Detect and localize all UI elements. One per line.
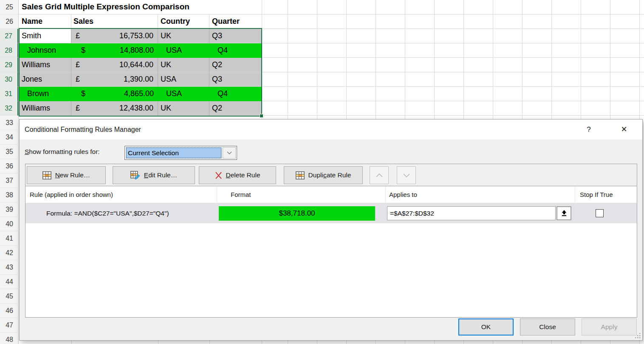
table-row: Johnson $14,808.00 USA Q4	[19, 43, 262, 58]
header-quarter[interactable]: Quarter	[209, 14, 262, 29]
row-header[interactable]: 46	[0, 304, 18, 318]
row-header[interactable]: 44	[0, 275, 18, 289]
amount: 4,865.00	[124, 87, 154, 101]
rule-description: Formula: =AND($C27="USA",$D27="Q4")	[46, 203, 169, 223]
row-header[interactable]: 39	[0, 202, 18, 217]
apply-button[interactable]: Apply	[582, 318, 637, 335]
ok-button[interactable]: OK	[458, 318, 514, 335]
applies-to-input[interactable]: =$A$27:$D$32	[387, 206, 556, 220]
row-header[interactable]: 26	[0, 14, 18, 29]
dialog-titlebar[interactable]: Conditional Formatting Rules Manager ? ✕	[20, 119, 642, 139]
row-header[interactable]: 32	[0, 101, 18, 116]
row-header[interactable]: 38	[0, 188, 18, 202]
row-header[interactable]: 25	[0, 0, 18, 14]
cell-country[interactable]: UK	[158, 58, 209, 72]
cell-country[interactable]: USA	[158, 72, 209, 87]
row-header[interactable]: 30	[0, 72, 18, 87]
cell-quarter[interactable]: Q3	[209, 72, 262, 87]
chevron-up-icon	[376, 173, 383, 177]
row-header[interactable]: 40	[0, 217, 18, 231]
header-country[interactable]: Country	[158, 14, 209, 29]
edit-rule-pencil-icon	[130, 171, 140, 180]
cell-sales[interactable]: $4,865.00	[71, 87, 158, 101]
row-header[interactable]: 36	[0, 159, 18, 173]
move-rule-up-button[interactable]	[370, 166, 389, 184]
fill-handle[interactable]	[260, 114, 263, 118]
row-header[interactable]: 43	[0, 260, 18, 275]
cell-sheet-title[interactable]: Sales Grid Multiple Expression Compariso…	[19, 0, 262, 14]
row-header[interactable]: 35	[0, 145, 18, 159]
duplicate-rule-button[interactable]: Duplicate Rule	[284, 166, 363, 184]
chevron-down-icon	[403, 173, 410, 177]
collapse-dialog-arrow-icon	[561, 210, 568, 217]
cell-country[interactable]: UK	[158, 29, 209, 43]
close-icon[interactable]: ✕	[617, 119, 631, 139]
row-header[interactable]: 42	[0, 246, 18, 260]
column-separator	[217, 186, 217, 203]
cell-quarter[interactable]: Q4	[209, 87, 262, 101]
table-row: Smith £16,753.00 UK Q3	[19, 29, 262, 43]
row-header[interactable]: 27	[0, 29, 18, 43]
cell-name[interactable]: Brown	[19, 87, 71, 101]
cell-sales[interactable]: £16,753.00	[71, 29, 158, 43]
cell-sales[interactable]: £1,390.00	[71, 72, 158, 87]
currency-symbol: £	[76, 72, 80, 86]
rule-row[interactable]: Formula: =AND($C27="USA",$D27="Q4") $38,…	[25, 203, 637, 223]
rules-toolbar: New Rule… Edit Rule… Delete Rule Duplica…	[25, 164, 637, 186]
cell-country[interactable]: USA	[158, 87, 209, 101]
table-header-row: Name Sales Country Quarter	[19, 14, 262, 29]
sheet-vertical-gridlines	[259, 0, 644, 119]
chevron-down-icon	[227, 151, 232, 154]
column-header-rule: Rule (applied in order shown)	[30, 186, 113, 203]
row-header[interactable]: 34	[0, 130, 18, 145]
row-header[interactable]: 31	[0, 87, 18, 101]
cell-country[interactable]: UK	[158, 101, 209, 116]
cell-name[interactable]: Johnson	[19, 43, 71, 58]
cell-sales[interactable]: $14,808.00	[71, 43, 158, 58]
delete-rule-button[interactable]: Delete Rule	[199, 166, 276, 184]
cell-name[interactable]: Smith	[19, 29, 71, 43]
cell-quarter[interactable]: Q3	[209, 29, 262, 43]
cell-quarter[interactable]: Q2	[209, 101, 262, 116]
amount: 16,753.00	[119, 29, 153, 43]
row-header[interactable]: 47	[0, 318, 18, 333]
cell-name[interactable]: Williams	[19, 101, 71, 116]
range-picker-button[interactable]	[556, 206, 571, 220]
row-header[interactable]: 29	[0, 58, 18, 72]
currency-symbol: £	[76, 29, 80, 43]
resize-grip[interactable]	[635, 333, 641, 339]
edit-rule-button[interactable]: Edit Rule…	[113, 166, 195, 184]
help-icon[interactable]: ?	[583, 119, 595, 139]
cell-country[interactable]: USA	[158, 43, 209, 58]
new-rule-label: New Rule…	[55, 171, 90, 179]
move-rule-down-button[interactable]	[397, 166, 416, 184]
row-header[interactable]: 48	[0, 333, 18, 344]
row-header[interactable]: 45	[0, 289, 18, 304]
gridline	[158, 341, 158, 344]
row-header[interactable]: 33	[0, 116, 18, 130]
dropdown-arrow-button[interactable]	[223, 147, 236, 159]
cf-rules-manager-dialog: Conditional Formatting Rules Manager ? ✕…	[19, 119, 643, 341]
cell-sales[interactable]: £12,438.00	[71, 101, 158, 116]
delete-x-icon	[215, 172, 222, 179]
dialog-title: Conditional Formatting Rules Manager	[25, 119, 141, 139]
row-header[interactable]: 28	[0, 43, 18, 58]
dropdown-selected-value[interactable]: Current Selection	[126, 147, 222, 159]
cell-quarter[interactable]: Q2	[209, 58, 262, 72]
cell-name[interactable]: Jones	[19, 72, 71, 87]
stop-if-true-checkbox[interactable]	[596, 209, 604, 217]
new-rule-button[interactable]: New Rule…	[27, 166, 106, 184]
header-sales[interactable]: Sales	[71, 14, 158, 29]
cell-sales[interactable]: £10,644.00	[71, 58, 158, 72]
cell-quarter[interactable]: Q4	[209, 43, 262, 58]
amount: 10,644.00	[119, 58, 153, 72]
gridline	[209, 341, 210, 344]
currency-symbol: $	[81, 87, 85, 101]
row-header[interactable]: 37	[0, 173, 18, 188]
header-name[interactable]: Name	[19, 14, 71, 29]
show-rules-dropdown[interactable]: Current Selection	[124, 146, 237, 160]
row-header-column: 25 26 27 28 29 30 31 32 33 34 35 36 37 3…	[0, 0, 19, 344]
cell-name[interactable]: Williams	[19, 58, 71, 72]
close-button[interactable]: Close	[520, 318, 575, 335]
row-header[interactable]: 41	[0, 231, 18, 246]
